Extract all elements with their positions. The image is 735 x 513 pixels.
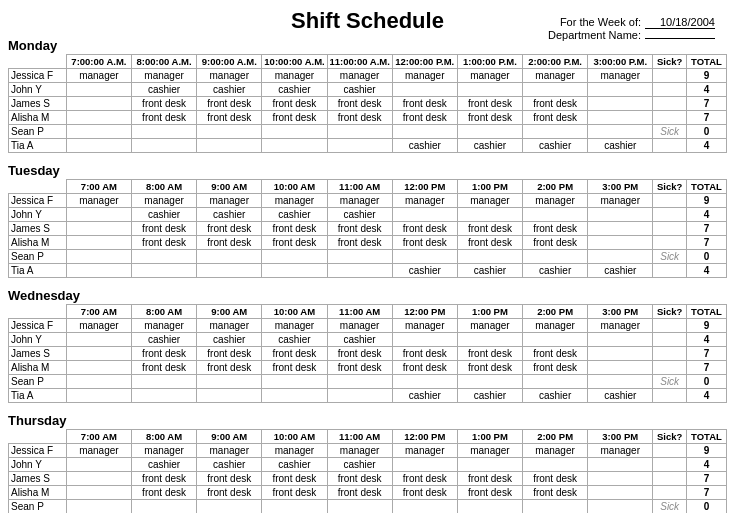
table-row: James S front deskfront deskfront deskfr…: [9, 347, 727, 361]
col-header-time-3: 10:00:00 A.M.: [262, 55, 327, 69]
shift-cell: manager: [262, 194, 327, 208]
col-header-time-2: 9:00:00 A.M.: [197, 55, 262, 69]
shift-cell: manager: [197, 69, 262, 83]
total-cell: 7: [686, 111, 726, 125]
col-header-total: TOTAL: [686, 55, 726, 69]
shift-cell: [131, 139, 196, 153]
total-cell: 4: [686, 389, 726, 403]
shift-cell: front desk: [131, 486, 196, 500]
table-row: John Y cashiercashiercashiercashier 4: [9, 83, 727, 97]
employee-name: Alisha M: [9, 486, 67, 500]
shift-cell: manager: [457, 319, 522, 333]
shift-cell: [523, 208, 588, 222]
shift-cell: front desk: [131, 361, 196, 375]
shift-cell: cashier: [131, 458, 196, 472]
header-right: For the Week of: 10/18/2004 Department N…: [548, 16, 715, 41]
table-row: Tia A cashiercashiercashiercashier4: [9, 139, 727, 153]
shift-cell: front desk: [327, 97, 392, 111]
shift-cell: manager: [327, 444, 392, 458]
col-header-time-6: 1:00 PM: [457, 430, 522, 444]
shift-cell: cashier: [523, 389, 588, 403]
col-header-time-8: 3:00:00 P.M.: [588, 55, 653, 69]
shift-cell: [392, 208, 457, 222]
dept-value: [645, 38, 715, 39]
shift-cell: [392, 333, 457, 347]
shift-cell: manager: [66, 69, 131, 83]
col-header-time-5: 12:00 PM: [392, 180, 457, 194]
sick-cell: [653, 472, 687, 486]
employee-name: Sean P: [9, 125, 67, 139]
col-header-time-4: 11:00:00 A.M.: [327, 55, 392, 69]
shift-cell: front desk: [457, 222, 522, 236]
shift-cell: manager: [66, 444, 131, 458]
sick-cell: [653, 347, 687, 361]
shift-cell: front desk: [457, 236, 522, 250]
shift-cell: manager: [457, 194, 522, 208]
shift-cell: [457, 333, 522, 347]
shift-cell: manager: [523, 69, 588, 83]
shift-cell: [327, 250, 392, 264]
shift-cell: [66, 347, 131, 361]
employee-name: Jessica F: [9, 69, 67, 83]
col-header-time-8: 3:00 PM: [588, 305, 653, 319]
col-header-time-4: 11:00 AM: [327, 180, 392, 194]
day-section-monday: Monday7:00:00 A.M.8:00:00 A.M.9:00:00 A.…: [8, 38, 727, 153]
shift-cell: [66, 208, 131, 222]
sick-cell: [653, 264, 687, 278]
shift-cell: [66, 500, 131, 514]
shift-cell: [131, 389, 196, 403]
dept-label: Department Name:: [548, 29, 641, 41]
shift-cell: [588, 333, 653, 347]
table-row: James S front deskfront deskfront deskfr…: [9, 472, 727, 486]
col-header-time-7: 2:00:00 P.M.: [523, 55, 588, 69]
sick-cell: [653, 208, 687, 222]
sick-cell: Sick: [653, 125, 687, 139]
col-header-time-6: 1:00:00 P.M.: [457, 55, 522, 69]
shift-cell: cashier: [523, 264, 588, 278]
shift-cell: manager: [588, 69, 653, 83]
col-header-sick: Sick?: [653, 180, 687, 194]
total-cell: 7: [686, 361, 726, 375]
shift-cell: [66, 250, 131, 264]
day-section-wednesday: Wednesday7:00 AM8:00 AM9:00 AM10:00 AM11…: [8, 288, 727, 403]
shift-cell: manager: [392, 194, 457, 208]
shift-cell: [588, 375, 653, 389]
shift-cell: front desk: [262, 111, 327, 125]
shift-cell: front desk: [131, 97, 196, 111]
shift-cell: manager: [327, 319, 392, 333]
shift-cell: [588, 97, 653, 111]
sick-cell: [653, 319, 687, 333]
table-row: Jessica Fmanagermanagermanagermanagerman…: [9, 69, 727, 83]
shift-cell: [523, 250, 588, 264]
day-label-wednesday: Wednesday: [8, 288, 727, 303]
shift-cell: [197, 389, 262, 403]
shift-cell: manager: [588, 444, 653, 458]
sick-cell: [653, 486, 687, 500]
employee-name: Alisha M: [9, 111, 67, 125]
shift-cell: [66, 97, 131, 111]
shift-cell: [523, 500, 588, 514]
shift-cell: manager: [327, 194, 392, 208]
shift-cell: [327, 389, 392, 403]
shift-cell: [66, 472, 131, 486]
shift-cell: cashier: [588, 389, 653, 403]
employee-name: Tia A: [9, 264, 67, 278]
shift-cell: [327, 264, 392, 278]
shift-cell: [392, 250, 457, 264]
shift-cell: cashier: [262, 208, 327, 222]
sick-cell: Sick: [653, 500, 687, 514]
week-label: For the Week of:: [560, 16, 641, 28]
shift-cell: front desk: [327, 236, 392, 250]
col-header-sick: Sick?: [653, 55, 687, 69]
shift-cell: manager: [523, 319, 588, 333]
shift-cell: front desk: [131, 472, 196, 486]
shift-cell: cashier: [197, 458, 262, 472]
col-header-name: [9, 430, 67, 444]
shift-cell: front desk: [197, 97, 262, 111]
shift-cell: [392, 458, 457, 472]
employee-name: Tia A: [9, 389, 67, 403]
shift-cell: [457, 125, 522, 139]
table-row: John Y cashiercashiercashiercashier 4: [9, 208, 727, 222]
shift-cell: [66, 361, 131, 375]
sick-cell: [653, 333, 687, 347]
